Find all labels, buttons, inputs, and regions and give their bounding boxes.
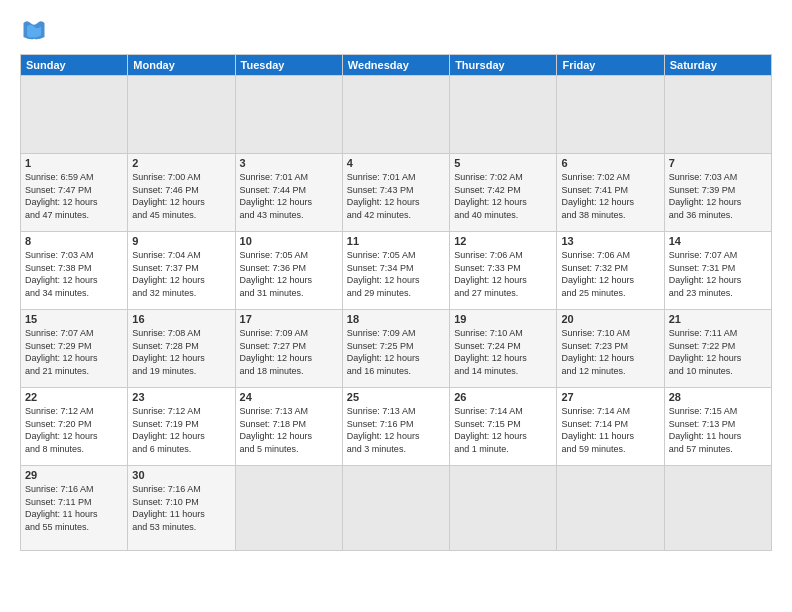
calendar-cell: 15Sunrise: 7:07 AMSunset: 7:29 PMDayligh…: [21, 310, 128, 388]
calendar-cell: 16Sunrise: 7:08 AMSunset: 7:28 PMDayligh…: [128, 310, 235, 388]
day-number: 29: [25, 469, 123, 481]
day-info: Sunrise: 7:09 AMSunset: 7:27 PMDaylight:…: [240, 327, 338, 377]
header: [20, 16, 772, 44]
col-header-saturday: Saturday: [664, 55, 771, 76]
calendar-cell: 5Sunrise: 7:02 AMSunset: 7:42 PMDaylight…: [450, 154, 557, 232]
day-number: 22: [25, 391, 123, 403]
calendar-cell: 18Sunrise: 7:09 AMSunset: 7:25 PMDayligh…: [342, 310, 449, 388]
day-number: 25: [347, 391, 445, 403]
day-info: Sunrise: 7:12 AMSunset: 7:19 PMDaylight:…: [132, 405, 230, 455]
calendar-cell: [557, 466, 664, 551]
day-number: 15: [25, 313, 123, 325]
day-info: Sunrise: 7:07 AMSunset: 7:29 PMDaylight:…: [25, 327, 123, 377]
day-number: 17: [240, 313, 338, 325]
day-info: Sunrise: 7:05 AMSunset: 7:34 PMDaylight:…: [347, 249, 445, 299]
day-info: Sunrise: 7:06 AMSunset: 7:32 PMDaylight:…: [561, 249, 659, 299]
calendar-cell: 3Sunrise: 7:01 AMSunset: 7:44 PMDaylight…: [235, 154, 342, 232]
calendar-week-1: 1Sunrise: 6:59 AMSunset: 7:47 PMDaylight…: [21, 154, 772, 232]
day-info: Sunrise: 7:03 AMSunset: 7:39 PMDaylight:…: [669, 171, 767, 221]
day-number: 16: [132, 313, 230, 325]
day-number: 1: [25, 157, 123, 169]
col-header-tuesday: Tuesday: [235, 55, 342, 76]
calendar-header-row: SundayMondayTuesdayWednesdayThursdayFrid…: [21, 55, 772, 76]
day-info: Sunrise: 7:02 AMSunset: 7:42 PMDaylight:…: [454, 171, 552, 221]
day-info: Sunrise: 7:15 AMSunset: 7:13 PMDaylight:…: [669, 405, 767, 455]
day-number: 5: [454, 157, 552, 169]
calendar-cell: 23Sunrise: 7:12 AMSunset: 7:19 PMDayligh…: [128, 388, 235, 466]
col-header-wednesday: Wednesday: [342, 55, 449, 76]
logo: [20, 16, 52, 44]
day-info: Sunrise: 7:16 AMSunset: 7:10 PMDaylight:…: [132, 483, 230, 533]
day-number: 3: [240, 157, 338, 169]
page: SundayMondayTuesdayWednesdayThursdayFrid…: [0, 0, 792, 612]
logo-icon: [20, 16, 48, 44]
calendar-cell: 7Sunrise: 7:03 AMSunset: 7:39 PMDaylight…: [664, 154, 771, 232]
calendar-cell: 10Sunrise: 7:05 AMSunset: 7:36 PMDayligh…: [235, 232, 342, 310]
calendar-cell: [557, 76, 664, 154]
day-number: 20: [561, 313, 659, 325]
day-number: 9: [132, 235, 230, 247]
calendar-cell: 13Sunrise: 7:06 AMSunset: 7:32 PMDayligh…: [557, 232, 664, 310]
day-number: 27: [561, 391, 659, 403]
day-info: Sunrise: 7:16 AMSunset: 7:11 PMDaylight:…: [25, 483, 123, 533]
calendar-week-2: 8Sunrise: 7:03 AMSunset: 7:38 PMDaylight…: [21, 232, 772, 310]
day-number: 23: [132, 391, 230, 403]
day-info: Sunrise: 7:13 AMSunset: 7:18 PMDaylight:…: [240, 405, 338, 455]
calendar-cell: 1Sunrise: 6:59 AMSunset: 7:47 PMDaylight…: [21, 154, 128, 232]
day-info: Sunrise: 7:13 AMSunset: 7:16 PMDaylight:…: [347, 405, 445, 455]
calendar-cell: [235, 466, 342, 551]
calendar-cell: 4Sunrise: 7:01 AMSunset: 7:43 PMDaylight…: [342, 154, 449, 232]
day-info: Sunrise: 7:11 AMSunset: 7:22 PMDaylight:…: [669, 327, 767, 377]
calendar-cell: 22Sunrise: 7:12 AMSunset: 7:20 PMDayligh…: [21, 388, 128, 466]
col-header-monday: Monday: [128, 55, 235, 76]
day-info: Sunrise: 6:59 AMSunset: 7:47 PMDaylight:…: [25, 171, 123, 221]
day-number: 8: [25, 235, 123, 247]
day-number: 19: [454, 313, 552, 325]
calendar-cell: 14Sunrise: 7:07 AMSunset: 7:31 PMDayligh…: [664, 232, 771, 310]
calendar-cell: [21, 76, 128, 154]
calendar-week-4: 22Sunrise: 7:12 AMSunset: 7:20 PMDayligh…: [21, 388, 772, 466]
day-info: Sunrise: 7:10 AMSunset: 7:24 PMDaylight:…: [454, 327, 552, 377]
col-header-sunday: Sunday: [21, 55, 128, 76]
day-number: 2: [132, 157, 230, 169]
calendar-cell: 20Sunrise: 7:10 AMSunset: 7:23 PMDayligh…: [557, 310, 664, 388]
calendar-cell: 29Sunrise: 7:16 AMSunset: 7:11 PMDayligh…: [21, 466, 128, 551]
col-header-thursday: Thursday: [450, 55, 557, 76]
day-info: Sunrise: 7:01 AMSunset: 7:44 PMDaylight:…: [240, 171, 338, 221]
day-number: 30: [132, 469, 230, 481]
day-info: Sunrise: 7:01 AMSunset: 7:43 PMDaylight:…: [347, 171, 445, 221]
calendar-cell: [664, 76, 771, 154]
day-info: Sunrise: 7:02 AMSunset: 7:41 PMDaylight:…: [561, 171, 659, 221]
calendar-cell: [342, 466, 449, 551]
day-number: 26: [454, 391, 552, 403]
day-info: Sunrise: 7:14 AMSunset: 7:14 PMDaylight:…: [561, 405, 659, 455]
day-info: Sunrise: 7:12 AMSunset: 7:20 PMDaylight:…: [25, 405, 123, 455]
day-info: Sunrise: 7:14 AMSunset: 7:15 PMDaylight:…: [454, 405, 552, 455]
calendar-cell: 9Sunrise: 7:04 AMSunset: 7:37 PMDaylight…: [128, 232, 235, 310]
calendar-cell: [342, 76, 449, 154]
day-info: Sunrise: 7:06 AMSunset: 7:33 PMDaylight:…: [454, 249, 552, 299]
day-info: Sunrise: 7:00 AMSunset: 7:46 PMDaylight:…: [132, 171, 230, 221]
day-number: 11: [347, 235, 445, 247]
day-info: Sunrise: 7:07 AMSunset: 7:31 PMDaylight:…: [669, 249, 767, 299]
calendar-week-5: 29Sunrise: 7:16 AMSunset: 7:11 PMDayligh…: [21, 466, 772, 551]
calendar-cell: [450, 76, 557, 154]
day-number: 28: [669, 391, 767, 403]
calendar-cell: 30Sunrise: 7:16 AMSunset: 7:10 PMDayligh…: [128, 466, 235, 551]
day-number: 7: [669, 157, 767, 169]
day-number: 13: [561, 235, 659, 247]
calendar-cell: [450, 466, 557, 551]
calendar-cell: 8Sunrise: 7:03 AMSunset: 7:38 PMDaylight…: [21, 232, 128, 310]
day-info: Sunrise: 7:05 AMSunset: 7:36 PMDaylight:…: [240, 249, 338, 299]
calendar-cell: 17Sunrise: 7:09 AMSunset: 7:27 PMDayligh…: [235, 310, 342, 388]
calendar-cell: 6Sunrise: 7:02 AMSunset: 7:41 PMDaylight…: [557, 154, 664, 232]
day-info: Sunrise: 7:10 AMSunset: 7:23 PMDaylight:…: [561, 327, 659, 377]
day-number: 10: [240, 235, 338, 247]
day-info: Sunrise: 7:09 AMSunset: 7:25 PMDaylight:…: [347, 327, 445, 377]
calendar: SundayMondayTuesdayWednesdayThursdayFrid…: [20, 54, 772, 551]
calendar-cell: 26Sunrise: 7:14 AMSunset: 7:15 PMDayligh…: [450, 388, 557, 466]
calendar-cell: 27Sunrise: 7:14 AMSunset: 7:14 PMDayligh…: [557, 388, 664, 466]
calendar-cell: 19Sunrise: 7:10 AMSunset: 7:24 PMDayligh…: [450, 310, 557, 388]
day-number: 21: [669, 313, 767, 325]
day-number: 4: [347, 157, 445, 169]
